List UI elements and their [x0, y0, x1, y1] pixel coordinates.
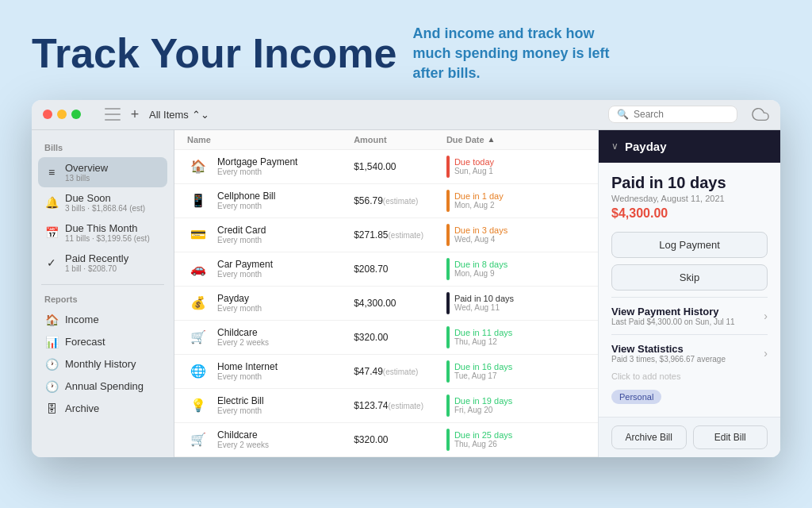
title-bar: + All Items ⌃⌄ 🔍 [32, 100, 780, 130]
due-date: Tue, Aug 17 [454, 371, 512, 380]
history-icon: 🕐 [44, 358, 59, 371]
sidebar-item-archive[interactable]: 🗄 Archive [38, 398, 167, 420]
bill-due-col: Due in 19 days Fri, Aug 20 [446, 394, 585, 417]
app-window: + All Items ⌃⌄ 🔍 Bills ≡ Overview 13 b [32, 100, 780, 457]
due-main: Due in 25 days [454, 430, 512, 440]
panel-footer: Archive Bill Edit Bill [599, 417, 780, 457]
hero-section: Track Your Income And income and track h… [0, 0, 812, 100]
bill-name-col: 🚗 Car Payment Every month [187, 258, 354, 280]
table-row[interactable]: 🚗 Car Payment Every month $208.70 Due in… [174, 252, 598, 287]
bill-name-col: 🛒 Childcare Every 2 weeks [187, 326, 354, 348]
edit-bill-button[interactable]: Edit Bill [693, 425, 768, 449]
bill-name-col: 🛒 Childcare Every 2 weeks [187, 429, 354, 451]
bill-due-col: Due in 11 days Thu, Aug 12 [446, 326, 585, 348]
sidebar: Bills ≡ Overview 13 bills 🔔 Due Soon 3 b… [32, 130, 174, 457]
due-date: Wed, Aug 4 [454, 235, 508, 244]
view-stats-title: View Statistics [611, 343, 726, 355]
table-row[interactable]: 🏠 Mortgage Payment Every month $1,540.00… [174, 150, 598, 184]
search-bar[interactable]: 🔍 [608, 106, 737, 123]
sidebar-item-due-soon[interactable]: 🔔 Due Soon 3 bills · $1,868.64 (est) [38, 187, 167, 217]
due-date: Mon, Aug 9 [454, 269, 508, 278]
due-date: Mon, Aug 2 [454, 201, 504, 210]
col-duedate-header: Due Date ▲ [446, 135, 585, 144]
table-row[interactable]: 💰 Payday Every month $4,300.00 Paid in 1… [174, 287, 598, 321]
chevron-right-icon: › [764, 310, 768, 322]
bill-amount: $56.79(estimate) [354, 195, 446, 206]
panel-paid-title: Paid in 10 days [611, 174, 768, 192]
maximize-button[interactable] [71, 110, 81, 119]
add-button[interactable]: + [127, 106, 143, 122]
hero-subtitle: And income and track how much spending m… [412, 24, 619, 84]
table-row[interactable]: 💳 Credit Card Every month $271.85(estima… [174, 218, 598, 252]
due-date: Fri, Aug 20 [454, 406, 512, 414]
sidebar-item-monthly-history[interactable]: 🕐 Monthly History [38, 353, 167, 375]
app-body: Bills ≡ Overview 13 bills 🔔 Due Soon 3 b… [32, 130, 780, 457]
log-payment-button[interactable]: Log Payment [611, 232, 768, 258]
sidebar-toggle-icon[interactable] [105, 108, 121, 121]
due-indicator [446, 258, 450, 280]
search-input[interactable] [634, 109, 729, 120]
close-button[interactable] [43, 110, 52, 119]
sidebar-item-forecast[interactable]: 📊 Forecast [38, 331, 167, 353]
bill-due-col: Due in 8 days Mon, Aug 9 [446, 258, 585, 280]
bill-name: Childcare [217, 327, 269, 338]
table-row[interactable]: 🛒 Childcare Every 2 weeks $320.00 Due in… [174, 423, 598, 457]
archive-bill-button[interactable]: Archive Bill [611, 425, 687, 449]
due-indicator [446, 292, 450, 314]
bill-icon: 💳 [187, 224, 209, 246]
due-main: Due in 8 days [454, 260, 508, 269]
table-row[interactable]: 🛒 Childcare Every 2 weeks $320.00 Due in… [174, 321, 598, 355]
checkmark-icon: ✓ [44, 256, 59, 269]
bill-due-col: Due in 25 days Thu, Aug 26 [446, 429, 585, 451]
bill-name: Credit Card [217, 225, 266, 236]
sidebar-item-annual-spending[interactable]: 🕐 Annual Spending [38, 375, 167, 398]
view-history-sub: Last Paid $4,300.00 on Sun, Jul 11 [611, 318, 735, 326]
reports-section-label: Reports [38, 291, 167, 309]
view-stats-row[interactable]: View Statistics Paid 3 times, $3,966.67 … [611, 334, 768, 371]
bill-frequency: Every month [217, 372, 278, 381]
panel-title: Payday [625, 140, 667, 153]
table-row[interactable]: 🌐 Home Internet Every month $47.49(estim… [174, 355, 598, 389]
bill-frequency: Every month [217, 270, 273, 279]
table-row[interactable]: 💡 Electric Bill Every month $123.74(esti… [174, 389, 598, 423]
traffic-lights [43, 110, 81, 119]
bill-frequency: Every month [217, 406, 264, 415]
bill-due-col: Due in 1 day Mon, Aug 2 [446, 190, 585, 212]
due-indicator [446, 360, 450, 383]
bill-icon: 💡 [187, 394, 209, 417]
table-row[interactable]: 📱 Cellphone Bill Every month $56.79(esti… [174, 184, 598, 218]
all-items-dropdown[interactable]: All Items ⌃⌄ [149, 109, 209, 121]
dropdown-arrow-icon: ⌃⌄ [192, 109, 209, 121]
bill-icon: 📱 [187, 190, 209, 212]
bill-name: Electric Bill [217, 395, 264, 406]
forecast-icon: 📊 [44, 336, 59, 348]
bill-name: Home Internet [217, 361, 278, 372]
view-history-row[interactable]: View Payment History Last Paid $4,300.00… [611, 297, 768, 334]
bill-due-col: Due in 16 days Tue, Aug 17 [446, 360, 585, 383]
sidebar-item-overview[interactable]: ≡ Overview 13 bills [38, 157, 167, 187]
sidebar-item-paid-recently[interactable]: ✓ Paid Recently 1 bill · $208.70 [38, 248, 167, 278]
sidebar-item-due-this-month[interactable]: 📅 Due This Month 11 bills · $3,199.56 (e… [38, 217, 167, 248]
bill-due-col: Paid in 10 days Wed, Aug 11 [446, 292, 585, 314]
sort-arrow-icon: ▲ [488, 135, 496, 144]
view-history-title: View Payment History [611, 306, 735, 318]
bill-name-col: 🏠 Mortgage Payment Every month [187, 156, 354, 178]
panel-personal-tag[interactable]: Personal [611, 390, 661, 404]
minimize-button[interactable] [57, 110, 67, 119]
overview-icon: ≡ [44, 166, 59, 179]
annual-icon: 🕐 [44, 380, 59, 393]
panel-amount: $4,300.00 [611, 206, 768, 221]
skip-button[interactable]: Skip [611, 264, 768, 291]
sidebar-item-income[interactable]: 🏠 Income [38, 309, 167, 331]
bill-frequency: Every month [217, 202, 275, 210]
bill-frequency: Every month [217, 236, 266, 244]
bill-icon: 💰 [187, 292, 209, 314]
due-date: Thu, Aug 26 [454, 440, 512, 448]
bill-icon: 🌐 [187, 360, 209, 383]
bill-name-col: 🌐 Home Internet Every month [187, 360, 354, 383]
bill-amount: $4,300.00 [354, 298, 446, 309]
bill-amount: $271.85(estimate) [354, 229, 446, 241]
panel-notes[interactable]: Click to add notes [611, 371, 768, 381]
bill-frequency: Every month [217, 304, 262, 313]
bill-name: Childcare [217, 429, 269, 441]
